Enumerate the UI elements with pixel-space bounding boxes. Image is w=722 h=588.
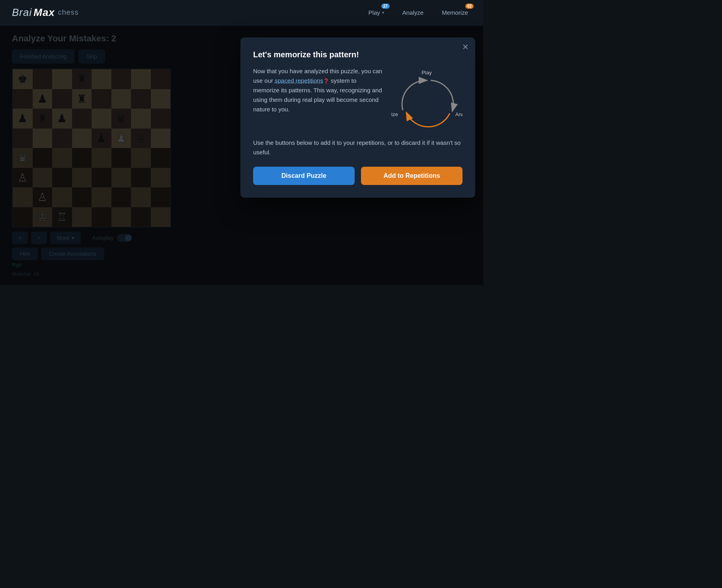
chess-square[interactable] <box>111 89 131 109</box>
chess-square[interactable] <box>72 109 92 129</box>
chess-square[interactable] <box>111 148 131 168</box>
chess-square[interactable]: ♟ <box>92 129 111 148</box>
chess-square[interactable] <box>151 69 171 89</box>
chess-square[interactable] <box>52 89 72 109</box>
chess-square[interactable]: ♚ <box>13 69 33 89</box>
chess-square[interactable] <box>131 168 151 188</box>
chess-square[interactable] <box>92 207 111 227</box>
chess-square[interactable] <box>131 89 151 109</box>
chess-square[interactable]: ♛ <box>111 109 131 129</box>
chess-square[interactable]: ♖ <box>52 207 72 227</box>
chess-square[interactable] <box>72 129 92 148</box>
modal-text1: Now that you have analyzed this puzzle, … <box>253 66 383 114</box>
autoplay-toggle[interactable] <box>117 234 132 242</box>
chess-square[interactable] <box>52 129 72 148</box>
skip-button[interactable]: Skip <box>78 49 105 64</box>
chess-square[interactable] <box>111 207 131 227</box>
chess-square[interactable] <box>151 187 171 207</box>
chess-square[interactable] <box>72 168 92 188</box>
logo-brai: Brai <box>12 6 32 19</box>
chess-square[interactable] <box>92 187 111 207</box>
chess-square[interactable]: ♜ <box>33 109 53 129</box>
page-title: Analyze Your Mistakes: 2 <box>12 33 183 44</box>
hint-button[interactable]: Hint <box>12 247 38 260</box>
header: BraiMax chess Play ▾ 27 Analyze Memorize… <box>0 0 483 25</box>
top-btn-row: Finished Analyzing Skip <box>12 49 183 64</box>
prev-button[interactable]: < <box>12 232 28 244</box>
chess-square[interactable] <box>52 187 72 207</box>
create-annotations-button[interactable]: Create Annotations <box>41 247 104 260</box>
finished-analyzing-button[interactable]: Finished Analyzing <box>12 49 74 64</box>
chess-square[interactable] <box>52 148 72 168</box>
main-nav: Play ▾ 27 Analyze Memorize 82 <box>365 8 471 18</box>
chess-square[interactable] <box>131 148 151 168</box>
modal-title: Let's memorize this pattern! <box>253 50 462 59</box>
chess-square[interactable] <box>111 168 131 188</box>
chess-square[interactable] <box>151 129 171 148</box>
nav-analyze-label: Analyze <box>402 9 423 16</box>
chess-square[interactable] <box>33 168 53 188</box>
chess-square[interactable] <box>151 148 171 168</box>
chess-square[interactable] <box>92 148 111 168</box>
chess-square[interactable]: ♟ <box>33 89 53 109</box>
logo-max: Max <box>33 6 55 19</box>
chess-square[interactable] <box>52 69 72 89</box>
chess-square[interactable]: ♟ <box>111 129 131 148</box>
modal-body: Now that you have analyzed this puzzle, … <box>253 66 462 130</box>
modal-close-button[interactable]: ✕ <box>462 43 469 51</box>
chess-square[interactable]: ♙ <box>13 168 33 188</box>
chess-square[interactable]: ♟ <box>52 109 72 129</box>
chess-square[interactable] <box>72 207 92 227</box>
chess-square[interactable] <box>72 187 92 207</box>
chess-square[interactable] <box>92 89 111 109</box>
chess-square[interactable] <box>33 69 53 89</box>
chess-square[interactable]: ♜ <box>72 69 92 89</box>
more-button[interactable]: More ▾ <box>50 232 81 244</box>
chess-square[interactable] <box>92 168 111 188</box>
chess-square[interactable] <box>13 187 33 207</box>
hint-row: Hint Create Annotations <box>12 247 183 260</box>
nav-play-label: Play <box>369 9 380 16</box>
chess-square[interactable] <box>131 207 151 227</box>
nav-play[interactable]: Play ▾ 27 <box>365 8 387 18</box>
logo: BraiMax chess <box>12 6 79 19</box>
chess-square[interactable] <box>33 148 53 168</box>
chess-square[interactable] <box>13 207 33 227</box>
chess-square[interactable] <box>131 109 151 129</box>
autoplay-label: Autoplay <box>92 235 113 241</box>
chess-square[interactable] <box>52 168 72 188</box>
nav-analyze[interactable]: Analyze <box>399 8 427 18</box>
toggle-knob <box>125 235 131 241</box>
cycle-play-label: Play <box>421 70 432 76</box>
chess-square[interactable] <box>151 207 171 227</box>
add-to-repetitions-button[interactable]: Add to Repetitions <box>361 167 462 185</box>
discard-puzzle-button[interactable]: Discard Puzzle <box>253 167 355 185</box>
chess-square[interactable]: ♔ <box>33 207 53 227</box>
spaced-repetitions-link[interactable]: spaced repetitions <box>275 77 323 84</box>
chess-square[interactable]: ♙ <box>33 187 53 207</box>
chess-square[interactable]: ♜ <box>72 89 92 109</box>
chess-square[interactable] <box>151 168 171 188</box>
chess-square[interactable] <box>13 89 33 109</box>
chess-square[interactable] <box>131 69 151 89</box>
cycle-memorize-label: Memorize <box>391 111 398 117</box>
chess-square[interactable] <box>111 187 131 207</box>
chess-square[interactable] <box>72 148 92 168</box>
chess-square[interactable] <box>111 69 131 89</box>
next-button[interactable]: > <box>31 232 47 244</box>
chess-square[interactable] <box>131 187 151 207</box>
nav-memorize-label: Memorize <box>442 9 468 16</box>
play-chevron-icon: ▾ <box>382 10 384 15</box>
nav-memorize[interactable]: Memorize 82 <box>439 8 471 18</box>
chess-square[interactable]: ♟ <box>13 109 33 129</box>
chess-square[interactable] <box>33 129 53 148</box>
chess-square[interactable]: ♔ <box>131 129 151 148</box>
chess-square[interactable] <box>151 109 171 129</box>
chess-square[interactable] <box>92 109 111 129</box>
chess-square[interactable]: ♛ <box>13 148 33 168</box>
chess-square[interactable] <box>151 89 171 109</box>
material-text: Material: ±0 <box>12 271 183 277</box>
cycle-analyze-label: Analyze <box>455 111 462 117</box>
chess-square[interactable] <box>92 69 111 89</box>
chess-square[interactable] <box>13 129 33 148</box>
